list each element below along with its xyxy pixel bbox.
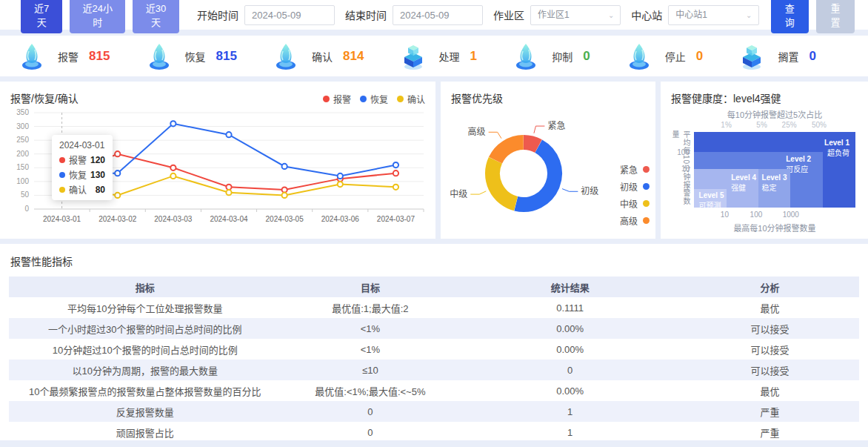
table-cell: 最优 xyxy=(681,297,859,318)
line-chart-legend: 报警恢复确认 xyxy=(314,93,425,105)
stat-item-1: 报警815 xyxy=(16,41,110,72)
table-cell: 最优值:<1%;最大值:<~5% xyxy=(281,380,459,401)
svg-text:250: 250 xyxy=(16,136,29,144)
beacon-glyph xyxy=(270,41,301,72)
chevron-down-icon: ⌄ xyxy=(608,6,614,24)
legend-item-报警[interactable]: 报警 xyxy=(323,93,351,105)
charts-row: 报警/恢复/确认 报警恢复确认 050100150200250300350202… xyxy=(0,82,868,239)
suppress-beacon-icon xyxy=(510,41,541,72)
center-station-label: 中心站 xyxy=(631,7,662,22)
legend-dot-icon xyxy=(397,96,404,102)
donut-legend-item-高级[interactable]: 高级 xyxy=(620,214,650,227)
table-cell: 平均每10分钟每个工位处理报警数量 xyxy=(9,297,281,318)
stat-label: 处理 xyxy=(439,49,460,64)
health-label-level3: Level 3稳定 xyxy=(762,173,787,193)
stat-item-4: 处理1 xyxy=(398,41,477,72)
svg-text:150: 150 xyxy=(16,163,29,171)
tooltip-row: 确认80 xyxy=(59,183,105,196)
beacon-glyph xyxy=(624,41,655,72)
legend-dot-icon xyxy=(360,96,367,102)
table-row: 平均每10分钟每个工位处理报警数量最优值:1;最大值:20.1111最优 xyxy=(9,297,859,318)
stat-label: 恢复 xyxy=(185,49,206,64)
health-axis-tick: 100 xyxy=(677,148,690,156)
series-dot-icon xyxy=(59,172,65,178)
table-cell: 反复报警数量 xyxy=(9,401,281,422)
range-30days-button[interactable]: 近30天 xyxy=(133,0,179,33)
end-time-input[interactable] xyxy=(393,5,483,25)
table-cell: 1 xyxy=(459,401,680,422)
col-header-target: 目标 xyxy=(281,277,459,297)
health-axis-tick: 5% xyxy=(756,121,767,129)
health-bottom-axis-name: 最高每10分钟报警数量 xyxy=(694,222,855,234)
health-level-chart[interactable]: Level 1超负荷Level 2可反应Level 3稳定Level 4强健Le… xyxy=(694,132,855,208)
table-cell: 10个最频繁报警点的报警数量占整体报警数量的百分比 xyxy=(9,380,281,401)
table-cell: 一个小时超过30个报警的时间占总时间的比例 xyxy=(9,318,281,339)
table-cell: 0 xyxy=(459,360,680,380)
reset-button[interactable]: 重置 xyxy=(816,0,855,33)
legend-dot-icon xyxy=(323,96,330,102)
svg-text:2024-03-04: 2024-03-04 xyxy=(210,215,248,223)
stat-value: 815 xyxy=(89,49,110,64)
stat-value: 0 xyxy=(583,49,590,64)
start-time-label: 开始时间 xyxy=(197,7,238,22)
svg-text:2024-03-05: 2024-03-05 xyxy=(266,215,304,223)
stat-item-6: 停止0 xyxy=(624,41,703,72)
stat-label: 搁置 xyxy=(778,49,798,64)
health-label-level4: Level 4强健 xyxy=(731,173,756,193)
performance-table: 指标 目标 统计结果 分析 平均每10分钟每个工位处理报警数量最优值:1;最大值… xyxy=(9,277,859,443)
legend-dot-icon xyxy=(643,200,650,207)
donut-legend-item-初级[interactable]: 初级 xyxy=(620,180,650,193)
chart-tooltip: 2024-03-01 报警120恢复130确认80 xyxy=(52,135,113,200)
legend-dot-icon xyxy=(643,166,650,173)
stat-value: 0 xyxy=(696,49,703,64)
table-cell: 严重 xyxy=(681,422,859,443)
alarm-stats-bar: 报警815 恢复815 确认814 处理1 抑制0 停止0 搁置0 xyxy=(0,36,868,76)
health-axis-tick: 25% xyxy=(782,121,797,129)
health-label-level5: Level 5可预测 xyxy=(699,191,724,211)
legend-item-确认[interactable]: 确认 xyxy=(397,93,425,105)
donut-legend-item-中级[interactable]: 中级 xyxy=(620,197,650,210)
center-station-select[interactable]: 中心站1 ⌄ xyxy=(668,5,758,25)
range-24hours-button[interactable]: 近24小时 xyxy=(70,0,125,33)
work-area-select[interactable]: 作业区1 ⌄ xyxy=(530,5,621,25)
alarm-priority-card: 报警优先级 紧急初级中级高级 紧急初级中级高级 xyxy=(441,82,655,239)
query-button[interactable]: 查询 xyxy=(771,0,809,33)
table-row: 反复报警数量01严重 xyxy=(9,401,859,422)
table-header-row: 指标 目标 统计结果 分析 xyxy=(9,277,859,297)
alarm-trend-card: 报警/恢复/确认 报警恢复确认 050100150200250300350202… xyxy=(0,82,435,239)
svg-text:300: 300 xyxy=(16,122,29,130)
stop-beacon-icon xyxy=(624,41,655,72)
range-7days-button[interactable]: 近7天 xyxy=(21,0,62,33)
table-cell: 可以接受 xyxy=(681,339,859,360)
stat-value: 815 xyxy=(216,49,237,64)
col-header-indicator: 指标 xyxy=(9,277,281,297)
work-area-label: 作业区 xyxy=(493,7,524,22)
svg-text:2024-03-07: 2024-03-07 xyxy=(377,215,415,223)
svg-text:2024-03-03: 2024-03-03 xyxy=(154,215,193,223)
col-header-result: 统计结果 xyxy=(459,277,680,297)
series-dot-icon xyxy=(59,157,65,163)
svg-text:2024-03-01: 2024-03-01 xyxy=(43,215,81,223)
legend-dot-icon xyxy=(643,183,650,190)
table-cell: <1% xyxy=(281,339,459,360)
donut-legend-item-紧急[interactable]: 紧急 xyxy=(620,163,650,176)
table-row: 顽固报警占比01严重 xyxy=(9,422,859,443)
stat-label: 报警 xyxy=(58,49,79,64)
health-axis-tick: 1000 xyxy=(783,211,799,219)
stat-item-2: 恢复815 xyxy=(144,41,237,72)
health-label-level1: Level 1超负荷 xyxy=(824,138,849,159)
table-title: 报警性能指标 xyxy=(0,244,868,277)
line-chart-title: 报警/恢复/确认 xyxy=(10,90,79,105)
alarm-beacon-icon xyxy=(16,41,47,72)
svg-text:50: 50 xyxy=(21,191,30,199)
table-cell: 10分钟超过10个报警的时间占总时间的比例 xyxy=(9,339,281,360)
start-time-input[interactable] xyxy=(244,5,335,25)
health-axis-tick: 10 xyxy=(681,164,690,172)
legend-dot-icon xyxy=(643,217,650,224)
svg-text:100: 100 xyxy=(16,177,29,185)
legend-item-恢复[interactable]: 恢复 xyxy=(360,93,388,105)
series-dot-icon xyxy=(59,187,65,193)
table-cell: 以10分钟为周期，报警的最大数量 xyxy=(9,360,281,380)
table-row: 以10分钟为周期，报警的最大数量≤100可以接受 xyxy=(9,360,859,380)
table-cell: 0.00% xyxy=(459,380,680,401)
